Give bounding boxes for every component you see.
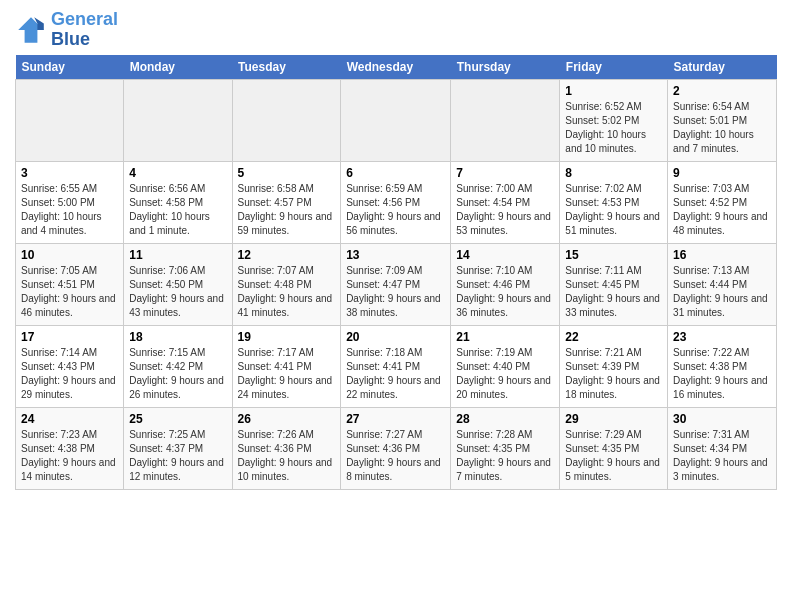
day-number: 15 [565, 248, 662, 262]
calendar-week-row: 24Sunrise: 7:23 AM Sunset: 4:38 PM Dayli… [16, 407, 777, 489]
day-number: 5 [238, 166, 336, 180]
calendar-cell: 14Sunrise: 7:10 AM Sunset: 4:46 PM Dayli… [451, 243, 560, 325]
calendar-cell: 17Sunrise: 7:14 AM Sunset: 4:43 PM Dayli… [16, 325, 124, 407]
day-number: 2 [673, 84, 771, 98]
day-info: Sunrise: 7:07 AM Sunset: 4:48 PM Dayligh… [238, 264, 336, 320]
day-info: Sunrise: 7:03 AM Sunset: 4:52 PM Dayligh… [673, 182, 771, 238]
calendar-cell: 29Sunrise: 7:29 AM Sunset: 4:35 PM Dayli… [560, 407, 668, 489]
calendar-cell: 13Sunrise: 7:09 AM Sunset: 4:47 PM Dayli… [341, 243, 451, 325]
day-info: Sunrise: 7:27 AM Sunset: 4:36 PM Dayligh… [346, 428, 445, 484]
day-info: Sunrise: 7:14 AM Sunset: 4:43 PM Dayligh… [21, 346, 118, 402]
weekday-header: Monday [124, 55, 232, 80]
calendar-cell: 26Sunrise: 7:26 AM Sunset: 4:36 PM Dayli… [232, 407, 341, 489]
weekday-header: Sunday [16, 55, 124, 80]
calendar-cell: 27Sunrise: 7:27 AM Sunset: 4:36 PM Dayli… [341, 407, 451, 489]
day-number: 13 [346, 248, 445, 262]
calendar-cell: 19Sunrise: 7:17 AM Sunset: 4:41 PM Dayli… [232, 325, 341, 407]
day-number: 16 [673, 248, 771, 262]
day-number: 4 [129, 166, 226, 180]
page-container: General Blue SundayMondayTuesdayWednesda… [0, 0, 792, 500]
calendar-cell: 2Sunrise: 6:54 AM Sunset: 5:01 PM Daylig… [668, 79, 777, 161]
weekday-header: Wednesday [341, 55, 451, 80]
calendar-cell: 23Sunrise: 7:22 AM Sunset: 4:38 PM Dayli… [668, 325, 777, 407]
day-info: Sunrise: 6:52 AM Sunset: 5:02 PM Dayligh… [565, 100, 662, 156]
calendar-week-row: 3Sunrise: 6:55 AM Sunset: 5:00 PM Daylig… [16, 161, 777, 243]
calendar-cell: 6Sunrise: 6:59 AM Sunset: 4:56 PM Daylig… [341, 161, 451, 243]
day-info: Sunrise: 6:54 AM Sunset: 5:01 PM Dayligh… [673, 100, 771, 156]
calendar-cell: 10Sunrise: 7:05 AM Sunset: 4:51 PM Dayli… [16, 243, 124, 325]
calendar-table: SundayMondayTuesdayWednesdayThursdayFrid… [15, 55, 777, 490]
calendar-cell: 3Sunrise: 6:55 AM Sunset: 5:00 PM Daylig… [16, 161, 124, 243]
calendar-cell: 4Sunrise: 6:56 AM Sunset: 4:58 PM Daylig… [124, 161, 232, 243]
day-info: Sunrise: 7:22 AM Sunset: 4:38 PM Dayligh… [673, 346, 771, 402]
day-number: 25 [129, 412, 226, 426]
calendar-cell: 30Sunrise: 7:31 AM Sunset: 4:34 PM Dayli… [668, 407, 777, 489]
day-info: Sunrise: 7:29 AM Sunset: 4:35 PM Dayligh… [565, 428, 662, 484]
calendar-cell: 8Sunrise: 7:02 AM Sunset: 4:53 PM Daylig… [560, 161, 668, 243]
calendar-cell: 11Sunrise: 7:06 AM Sunset: 4:50 PM Dayli… [124, 243, 232, 325]
day-number: 21 [456, 330, 554, 344]
day-info: Sunrise: 7:23 AM Sunset: 4:38 PM Dayligh… [21, 428, 118, 484]
day-info: Sunrise: 7:28 AM Sunset: 4:35 PM Dayligh… [456, 428, 554, 484]
day-info: Sunrise: 7:26 AM Sunset: 4:36 PM Dayligh… [238, 428, 336, 484]
day-info: Sunrise: 7:31 AM Sunset: 4:34 PM Dayligh… [673, 428, 771, 484]
day-info: Sunrise: 7:19 AM Sunset: 4:40 PM Dayligh… [456, 346, 554, 402]
day-info: Sunrise: 7:09 AM Sunset: 4:47 PM Dayligh… [346, 264, 445, 320]
day-info: Sunrise: 7:10 AM Sunset: 4:46 PM Dayligh… [456, 264, 554, 320]
day-info: Sunrise: 6:58 AM Sunset: 4:57 PM Dayligh… [238, 182, 336, 238]
day-number: 10 [21, 248, 118, 262]
calendar-cell: 9Sunrise: 7:03 AM Sunset: 4:52 PM Daylig… [668, 161, 777, 243]
calendar-cell: 20Sunrise: 7:18 AM Sunset: 4:41 PM Dayli… [341, 325, 451, 407]
day-info: Sunrise: 7:06 AM Sunset: 4:50 PM Dayligh… [129, 264, 226, 320]
calendar-cell: 16Sunrise: 7:13 AM Sunset: 4:44 PM Dayli… [668, 243, 777, 325]
day-info: Sunrise: 7:11 AM Sunset: 4:45 PM Dayligh… [565, 264, 662, 320]
logo-text: General Blue [51, 10, 118, 50]
calendar-cell: 15Sunrise: 7:11 AM Sunset: 4:45 PM Dayli… [560, 243, 668, 325]
day-number: 6 [346, 166, 445, 180]
day-info: Sunrise: 7:15 AM Sunset: 4:42 PM Dayligh… [129, 346, 226, 402]
day-info: Sunrise: 7:17 AM Sunset: 4:41 PM Dayligh… [238, 346, 336, 402]
day-number: 8 [565, 166, 662, 180]
day-info: Sunrise: 7:21 AM Sunset: 4:39 PM Dayligh… [565, 346, 662, 402]
weekday-header: Friday [560, 55, 668, 80]
calendar-week-row: 10Sunrise: 7:05 AM Sunset: 4:51 PM Dayli… [16, 243, 777, 325]
day-number: 26 [238, 412, 336, 426]
day-number: 9 [673, 166, 771, 180]
day-number: 7 [456, 166, 554, 180]
header: General Blue [15, 10, 777, 50]
logo: General Blue [15, 10, 118, 50]
day-number: 18 [129, 330, 226, 344]
day-number: 19 [238, 330, 336, 344]
day-number: 22 [565, 330, 662, 344]
day-info: Sunrise: 7:25 AM Sunset: 4:37 PM Dayligh… [129, 428, 226, 484]
calendar-cell: 12Sunrise: 7:07 AM Sunset: 4:48 PM Dayli… [232, 243, 341, 325]
calendar-cell: 25Sunrise: 7:25 AM Sunset: 4:37 PM Dayli… [124, 407, 232, 489]
calendar-cell [124, 79, 232, 161]
weekday-header: Tuesday [232, 55, 341, 80]
day-info: Sunrise: 7:05 AM Sunset: 4:51 PM Dayligh… [21, 264, 118, 320]
day-number: 17 [21, 330, 118, 344]
calendar-body: 1Sunrise: 6:52 AM Sunset: 5:02 PM Daylig… [16, 79, 777, 489]
day-info: Sunrise: 7:00 AM Sunset: 4:54 PM Dayligh… [456, 182, 554, 238]
day-info: Sunrise: 6:56 AM Sunset: 4:58 PM Dayligh… [129, 182, 226, 238]
day-number: 23 [673, 330, 771, 344]
calendar-cell [451, 79, 560, 161]
calendar-cell: 1Sunrise: 6:52 AM Sunset: 5:02 PM Daylig… [560, 79, 668, 161]
logo-icon [15, 14, 47, 46]
day-number: 12 [238, 248, 336, 262]
day-number: 20 [346, 330, 445, 344]
day-number: 30 [673, 412, 771, 426]
calendar-week-row: 1Sunrise: 6:52 AM Sunset: 5:02 PM Daylig… [16, 79, 777, 161]
day-number: 28 [456, 412, 554, 426]
calendar-cell: 7Sunrise: 7:00 AM Sunset: 4:54 PM Daylig… [451, 161, 560, 243]
calendar-header: SundayMondayTuesdayWednesdayThursdayFrid… [16, 55, 777, 80]
calendar-week-row: 17Sunrise: 7:14 AM Sunset: 4:43 PM Dayli… [16, 325, 777, 407]
calendar-cell: 21Sunrise: 7:19 AM Sunset: 4:40 PM Dayli… [451, 325, 560, 407]
day-number: 11 [129, 248, 226, 262]
calendar-cell: 24Sunrise: 7:23 AM Sunset: 4:38 PM Dayli… [16, 407, 124, 489]
day-info: Sunrise: 7:18 AM Sunset: 4:41 PM Dayligh… [346, 346, 445, 402]
day-info: Sunrise: 6:55 AM Sunset: 5:00 PM Dayligh… [21, 182, 118, 238]
calendar-cell: 28Sunrise: 7:28 AM Sunset: 4:35 PM Dayli… [451, 407, 560, 489]
weekday-header: Thursday [451, 55, 560, 80]
day-number: 14 [456, 248, 554, 262]
